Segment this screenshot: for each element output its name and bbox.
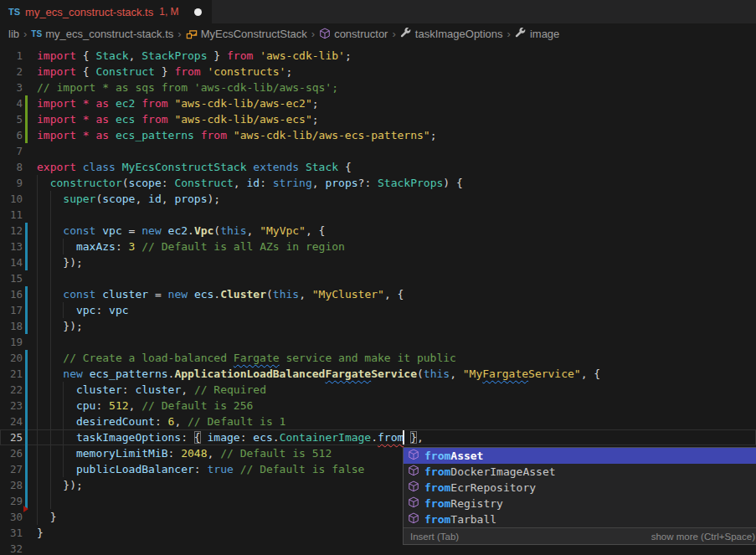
line-number[interactable]: 5 bbox=[0, 111, 23, 127]
git-gutter-modified-indicator[interactable] bbox=[25, 477, 28, 493]
line-number[interactable]: 6 bbox=[0, 127, 23, 143]
line-number[interactable]: 13 bbox=[0, 239, 23, 254]
code-line[interactable]: 8export class MyEcsConstructStack extend… bbox=[0, 159, 756, 175]
line-number[interactable]: 4 bbox=[0, 95, 23, 111]
line-number[interactable]: 1 bbox=[0, 48, 23, 64]
code-line[interactable]: 5import * as ecs from "aws-cdk-lib/aws-e… bbox=[0, 111, 756, 127]
git-gutter bbox=[25, 48, 28, 64]
suggest-item-fromecrrepository[interactable]: fromEcrRepository bbox=[404, 480, 756, 496]
code-line-current[interactable]: 25 taskImageOptions: { image: ecs.Contai… bbox=[0, 429, 756, 445]
git-gutter-modified-indicator[interactable] bbox=[25, 445, 28, 461]
code-line[interactable]: 10 super(scope, id, props); bbox=[0, 191, 756, 207]
line-number[interactable]: 15 bbox=[0, 270, 23, 286]
line-number[interactable]: 3 bbox=[0, 80, 23, 95]
code-line[interactable]: 13 maxAzs: 3 // Default is all AZs in re… bbox=[0, 239, 756, 254]
code-line[interactable]: 14 }); bbox=[0, 254, 756, 270]
line-number[interactable]: 32 bbox=[0, 541, 23, 555]
suggest-item-fromdockerimageasset[interactable]: fromDockerImageAsset bbox=[404, 464, 756, 480]
code-line[interactable]: 21 new ecs_patterns.ApplicationLoadBalan… bbox=[0, 366, 756, 382]
code-line[interactable]: 9 constructor(scope: Construct, id: stri… bbox=[0, 175, 756, 191]
indent-guide bbox=[63, 239, 64, 254]
code-line[interactable]: 1import { Stack, StackProps } from 'aws-… bbox=[0, 48, 756, 64]
breadcrumb-item-my-ecs-construct-stack-ts[interactable]: TSmy_ecs_construct-stack.ts bbox=[31, 28, 173, 40]
code-line[interactable]: 24 desiredCount: 6, // Default is 1 bbox=[0, 414, 756, 429]
git-gutter-modified-indicator[interactable] bbox=[25, 239, 28, 254]
git-gutter-added-indicator[interactable] bbox=[25, 127, 28, 143]
git-gutter-modified-indicator[interactable] bbox=[25, 461, 28, 477]
git-gutter-modified-indicator[interactable] bbox=[25, 414, 28, 429]
git-gutter-modified-indicator[interactable] bbox=[25, 302, 28, 318]
git-gutter-modified-indicator[interactable] bbox=[25, 223, 28, 239]
line-number[interactable]: 2 bbox=[0, 64, 23, 80]
git-gutter-modified-indicator[interactable] bbox=[25, 350, 28, 366]
line-number[interactable]: 11 bbox=[0, 207, 23, 223]
suggest-item-fromregistry[interactable]: fromRegistry bbox=[404, 496, 756, 511]
git-gutter-modified-indicator[interactable] bbox=[25, 398, 28, 414]
code-line[interactable]: 4import * as ec2 from "aws-cdk-lib/aws-e… bbox=[0, 95, 756, 111]
code-token: 'aws-cdk-lib' bbox=[260, 49, 345, 62]
breadcrumb-item-myecsconstructstack[interactable]: MyEcsConstructStack bbox=[186, 28, 307, 40]
line-number[interactable]: 19 bbox=[0, 334, 23, 350]
git-gutter-modified-indicator[interactable] bbox=[25, 382, 28, 398]
indent-guide bbox=[37, 493, 38, 509]
suggest-status-bar: Insert (Tab) show more (Ctrl+Space) bbox=[404, 527, 756, 544]
suggest-show-more-hint[interactable]: show more (Ctrl+Space) bbox=[651, 532, 755, 542]
code-token: extends bbox=[253, 161, 306, 173]
line-number[interactable]: 18 bbox=[0, 318, 23, 334]
line-number[interactable]: 7 bbox=[0, 143, 23, 159]
code-line[interactable]: 11 bbox=[0, 207, 756, 223]
git-gutter-modified-indicator[interactable] bbox=[25, 318, 28, 334]
git-gutter-modified-indicator[interactable] bbox=[25, 286, 28, 302]
git-gutter-modified-indicator[interactable] bbox=[25, 254, 28, 270]
line-number[interactable]: 12 bbox=[0, 223, 23, 239]
suggest-item-fromtarball[interactable]: fromTarball bbox=[404, 511, 756, 527]
code-line[interactable]: 20 // Create a load-balanced Fargate ser… bbox=[0, 350, 756, 366]
line-number[interactable]: 25 bbox=[0, 429, 23, 445]
git-gutter-added-indicator[interactable] bbox=[25, 95, 28, 111]
line-number[interactable]: 8 bbox=[0, 159, 23, 175]
line-number[interactable]: 21 bbox=[0, 366, 23, 382]
code-line[interactable]: 15 bbox=[0, 270, 756, 286]
code-token: ApplicationLoadBalanced bbox=[174, 367, 325, 380]
code-line[interactable]: 7 bbox=[0, 143, 756, 159]
line-number[interactable]: 14 bbox=[0, 254, 23, 270]
line-number[interactable]: 24 bbox=[0, 414, 23, 429]
unsaved-changes-dot[interactable] bbox=[194, 8, 202, 16]
git-deleted-lines-marker-icon[interactable] bbox=[23, 506, 28, 512]
line-number[interactable]: 9 bbox=[0, 175, 23, 191]
code-line[interactable]: 17 vpc: vpc bbox=[0, 302, 756, 318]
git-gutter-deleted-indicator[interactable] bbox=[25, 509, 28, 525]
breadcrumb-item-constructor[interactable]: constructor bbox=[319, 28, 388, 40]
code-line-content: import { Construct } from 'constructs'; bbox=[37, 64, 292, 80]
git-gutter bbox=[25, 334, 28, 350]
tab-my-ecs-construct-stack[interactable]: TS my_ecs_construct-stack.ts 1, M bbox=[0, 0, 212, 23]
line-number[interactable]: 30 bbox=[0, 509, 23, 525]
line-number[interactable]: 28 bbox=[0, 477, 23, 493]
breadcrumb-item-taskimageoptions[interactable]: taskImageOptions bbox=[400, 28, 503, 40]
git-gutter-modified-indicator[interactable] bbox=[25, 366, 28, 382]
code-line[interactable]: 22 cluster: cluster, // Required bbox=[0, 382, 756, 398]
code-line[interactable]: 3// import * as sqs from 'aws-cdk-lib/aw… bbox=[0, 80, 756, 95]
line-number[interactable]: 31 bbox=[0, 525, 23, 541]
line-number[interactable]: 26 bbox=[0, 445, 23, 461]
git-gutter-added-indicator[interactable] bbox=[25, 111, 28, 127]
code-line[interactable]: 16 const cluster = new ecs.Cluster(this,… bbox=[0, 286, 756, 302]
line-number[interactable]: 17 bbox=[0, 302, 23, 318]
line-number[interactable]: 10 bbox=[0, 191, 23, 207]
code-line[interactable]: 23 cpu: 512, // Default is 256 bbox=[0, 398, 756, 414]
git-gutter-modified-indicator[interactable] bbox=[25, 429, 28, 445]
line-number[interactable]: 29 bbox=[0, 493, 23, 509]
suggest-item-fromasset[interactable]: fromAsset bbox=[404, 448, 756, 464]
breadcrumb-item-image[interactable]: image bbox=[515, 28, 559, 40]
code-line[interactable]: 18 }); bbox=[0, 318, 756, 334]
line-number[interactable]: 27 bbox=[0, 461, 23, 477]
line-number[interactable]: 20 bbox=[0, 350, 23, 366]
line-number[interactable]: 23 bbox=[0, 398, 23, 414]
line-number[interactable]: 22 bbox=[0, 382, 23, 398]
code-line[interactable]: 2import { Construct } from 'constructs'; bbox=[0, 64, 756, 80]
line-number[interactable]: 16 bbox=[0, 286, 23, 302]
code-line[interactable]: 6import * as ecs_patterns from "aws-cdk-… bbox=[0, 127, 756, 143]
code-line[interactable]: 19 bbox=[0, 334, 756, 350]
breadcrumb-item-lib[interactable]: lib bbox=[8, 28, 19, 40]
code-line[interactable]: 12 const vpc = new ec2.Vpc(this, "MyVpc"… bbox=[0, 223, 756, 239]
